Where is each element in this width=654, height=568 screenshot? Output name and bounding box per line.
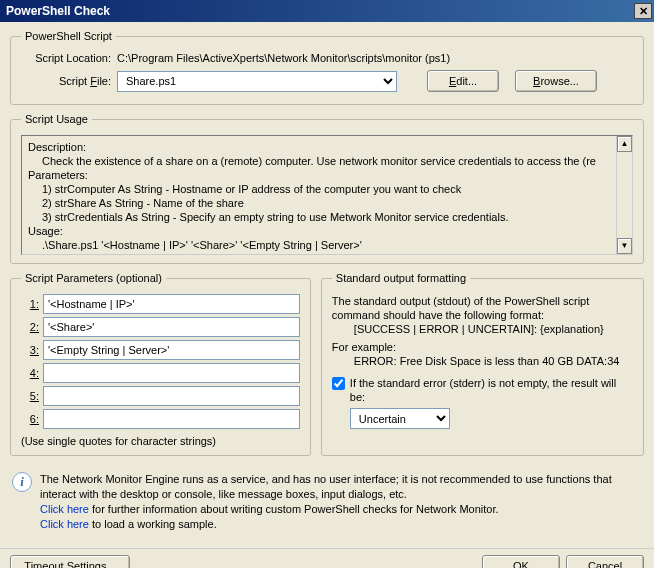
usage-params-label: Parameters: [28,168,626,182]
browse-button[interactable]: Browse... [515,70,597,92]
usage-usage-label: Usage: [28,224,626,238]
info-text3: to load a working sample. [89,518,217,530]
usage-param1: 1) strComputer As String - Hostname or I… [28,182,626,196]
param-input-1[interactable] [43,294,300,314]
script-usage-legend: Script Usage [21,113,92,125]
output-line1: The standard output (stdout) of the Powe… [332,294,633,322]
info-text: The Network Monitor Engine runs as a ser… [40,472,642,532]
cancel-button[interactable]: Cancel [566,555,644,568]
ok-button[interactable]: OK [482,555,560,568]
output-formatting-group: Standard output formatting The standard … [321,272,644,456]
param-input-6[interactable] [43,409,300,429]
usage-textarea: Description: Check the existence of a sh… [21,135,633,255]
script-parameters-legend: Script Parameters (optional) [21,272,166,284]
scroll-down-icon[interactable]: ▼ [617,238,632,254]
param-label-6: 6: [21,413,39,425]
output-example-label: For example: [332,340,633,354]
param-label-1: 1: [21,298,39,310]
info-text1: The Network Monitor Engine runs as a ser… [40,473,612,500]
script-location-value: C:\Program Files\ActiveXperts\Network Mo… [117,52,450,64]
window-title: PowerShell Check [6,4,634,18]
powershell-script-group: PowerShell Script Script Location: C:\Pr… [10,30,644,105]
output-line2: [SUCCESS | ERROR | UNCERTAIN]: {explanat… [332,322,633,336]
output-formatting-legend: Standard output formatting [332,272,470,284]
usage-desc-label: Description: [28,140,626,154]
param-input-2[interactable] [43,317,300,337]
usage-sample-label: Sample: [28,252,626,255]
stderr-label: If the standard error (stderr) is not em… [350,377,616,403]
script-file-select[interactable]: Share.ps1 [117,71,397,92]
params-hint: (Use single quotes for character strings… [21,435,300,447]
powershell-script-legend: PowerShell Script [21,30,116,42]
param-label-2: 2: [21,321,39,333]
param-input-5[interactable] [43,386,300,406]
timeout-settings-button[interactable]: Timeout Settings... [10,555,130,568]
info-text2: for further information about writing cu… [89,503,499,515]
usage-param3: 3) strCredentials As String - Specify an… [28,210,626,224]
stderr-result-select[interactable]: Uncertain [350,408,450,429]
scroll-up-icon[interactable]: ▲ [617,136,632,152]
usage-param2: 2) strShare As String - Name of the shar… [28,196,626,210]
usage-scrollbar[interactable]: ▲ ▼ [616,136,632,254]
script-location-label: Script Location: [21,52,111,64]
param-input-4[interactable] [43,363,300,383]
param-input-3[interactable] [43,340,300,360]
usage-usage-text: .\Share.ps1 '<Hostname | IP>' '<Share>' … [28,238,626,252]
param-label-5: 5: [21,390,39,402]
info-icon: i [12,472,32,492]
param-label-3: 3: [21,344,39,356]
close-icon: ✕ [639,5,648,18]
usage-desc-text: Check the existence of a share on a (rem… [28,154,626,168]
output-example-text: ERROR: Free Disk Space is less than 40 G… [332,354,633,368]
stderr-checkbox[interactable] [332,377,345,390]
close-button[interactable]: ✕ [634,3,652,19]
titlebar: PowerShell Check ✕ [0,0,654,22]
info-link-further[interactable]: Click here [40,503,89,515]
bottom-bar: Timeout Settings... OK Cancel [0,548,654,568]
script-parameters-group: Script Parameters (optional) 1: 2: 3: 4:… [10,272,311,456]
script-file-label: Script File: [21,75,111,87]
edit-button[interactable]: Edit... [427,70,499,92]
param-label-4: 4: [21,367,39,379]
info-link-sample[interactable]: Click here [40,518,89,530]
info-section: i The Network Monitor Engine runs as a s… [10,468,644,536]
script-usage-group: Script Usage Description: Check the exis… [10,113,644,264]
